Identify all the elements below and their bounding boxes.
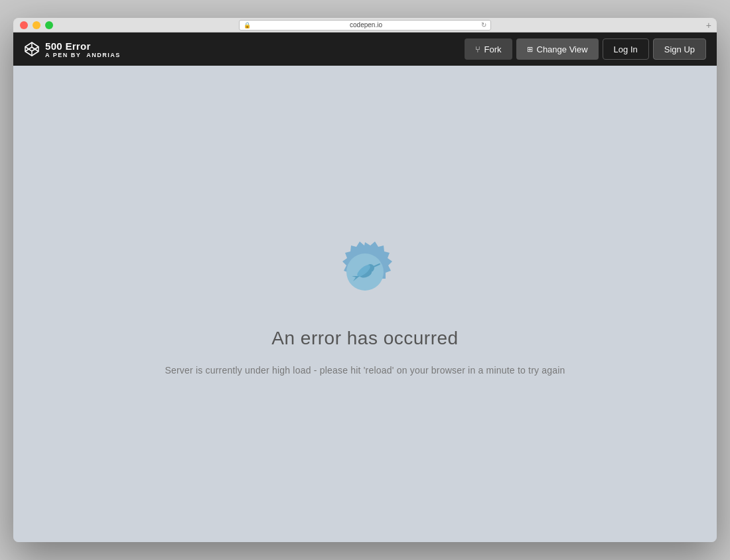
content-area: An error has occurred Server is currentl… <box>13 66 717 542</box>
change-view-icon: ⊞ <box>527 45 533 54</box>
codepen-toolbar: 500 Error A PEN BY Andrias ⑂ Fork ⊞ Chan… <box>13 33 717 66</box>
fork-button[interactable]: ⑂ Fork <box>465 38 512 60</box>
title-block: 500 Error A PEN BY Andrias <box>45 40 121 58</box>
close-button[interactable] <box>20 21 28 29</box>
url-bar[interactable]: 🔒 codepen.io ↻ <box>239 20 491 31</box>
minimize-button[interactable] <box>33 21 40 29</box>
browser-window: 🔒 codepen.io ↻ + 500 Error A PEN BY <box>13 18 717 542</box>
fork-icon: ⑂ <box>475 44 480 54</box>
error-heading: An error has occurred <box>271 328 458 349</box>
fork-label: Fork <box>484 44 502 54</box>
gear-bird-svg <box>325 232 405 312</box>
pen-title: 500 Error <box>45 40 121 52</box>
login-button[interactable]: Log In <box>603 38 649 60</box>
titlebar: 🔒 codepen.io ↻ + <box>13 18 717 33</box>
new-tab-button[interactable]: + <box>706 20 711 31</box>
url-text: codepen.io <box>254 21 478 29</box>
change-view-button[interactable]: ⊞ Change View <box>516 38 599 60</box>
error-message: Server is currently under high load - pl… <box>165 365 565 376</box>
login-label: Log In <box>614 44 638 54</box>
lock-icon: 🔒 <box>244 22 251 29</box>
change-view-label: Change View <box>537 44 588 54</box>
pen-author-line: A PEN BY Andrias <box>45 52 121 58</box>
maximize-button[interactable] <box>45 21 53 29</box>
toolbar-buttons: ⑂ Fork ⊞ Change View Log In Sign Up <box>465 38 707 60</box>
signup-button[interactable]: Sign Up <box>653 38 706 60</box>
codepen-logo-icon <box>24 41 40 57</box>
refresh-icon[interactable]: ↻ <box>481 21 486 29</box>
error-icon <box>325 232 405 312</box>
signup-label: Sign Up <box>664 44 695 54</box>
codepen-logo: 500 Error A PEN BY Andrias <box>24 40 121 58</box>
